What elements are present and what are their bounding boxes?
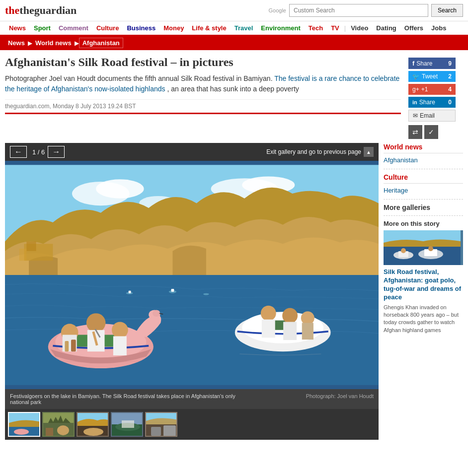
related-story-title[interactable]: Silk Road festival, Afghanistan: goat po… xyxy=(384,268,463,302)
svg-point-2 xyxy=(96,179,144,199)
facebook-share-btn[interactable]: f Share 9 xyxy=(408,58,456,69)
fb-label: Share xyxy=(416,60,432,67)
svg-point-69 xyxy=(428,246,433,251)
related-thumb-img xyxy=(384,230,461,265)
email-share-btn[interactable]: ✉ Email xyxy=(408,110,456,122)
gallery-next-btn[interactable]: → xyxy=(48,146,65,158)
svg-rect-45 xyxy=(46,428,53,437)
site-logo[interactable]: thetheguardian xyxy=(5,4,77,17)
nav-news[interactable]: News xyxy=(5,21,30,35)
thumb4-img xyxy=(112,413,143,437)
article-date: theguardian.com, Monday 8 July 2013 19.2… xyxy=(5,99,401,114)
gp-icon: g+ xyxy=(412,86,419,93)
gallery-main-image xyxy=(5,161,379,389)
svg-rect-23 xyxy=(71,340,76,351)
nav-jobs[interactable]: Jobs xyxy=(427,21,450,35)
article-description: Photographer Joel van Houdt documents th… xyxy=(5,73,401,94)
svg-point-42 xyxy=(14,429,29,435)
thumbnail-2[interactable] xyxy=(42,412,75,437)
svg-rect-34 xyxy=(262,320,275,338)
gallery-counter: 1 / 6 xyxy=(32,148,45,156)
linkedin-share-btn[interactable]: in Share 0 xyxy=(408,97,456,108)
nav-tech[interactable]: Tech xyxy=(305,21,327,35)
search-button[interactable]: Search xyxy=(431,4,463,17)
sidebar-more-on-story: More on this story xyxy=(384,220,463,227)
sidebar-afghanistan-link[interactable]: Afghanistan xyxy=(384,155,463,165)
svg-rect-29 xyxy=(113,336,127,355)
share-icon-btn[interactable]: ⇄ xyxy=(408,125,422,139)
nav-business[interactable]: Business xyxy=(123,21,159,35)
svg-rect-14 xyxy=(129,291,131,293)
gallery-exit-label[interactable]: Exit gallery and go to previous page xyxy=(266,148,361,155)
thumbnails-row xyxy=(5,409,379,440)
right-sidebar: World news Afghanistan Culture Heritage … xyxy=(384,143,463,440)
nav-money[interactable]: Money xyxy=(159,21,188,35)
site-header: thetheguardian Google Search xyxy=(0,0,468,21)
svg-point-35 xyxy=(282,308,298,324)
nav-comment[interactable]: Comment xyxy=(55,21,92,35)
sidebar-divider1 xyxy=(384,169,463,169)
nav-offers[interactable]: Offers xyxy=(400,21,427,35)
thumbnail-3[interactable] xyxy=(77,412,109,437)
twitter-share-btn[interactable]: 🐦 Tweet 2 xyxy=(408,71,456,82)
related-story-thumb[interactable] xyxy=(384,230,463,265)
nav-video[interactable]: Video xyxy=(347,21,372,35)
nav-divider1: | xyxy=(343,21,347,35)
nav-culture[interactable]: Culture xyxy=(92,21,123,35)
breadcrumb-afghanistan[interactable]: Afghanistan xyxy=(79,38,123,48)
breadcrumb-world-news[interactable]: World news xyxy=(32,38,75,48)
nav-tv[interactable]: TV xyxy=(327,21,343,35)
thumbnail-1[interactable] xyxy=(8,412,40,437)
gallery-caption-left: Festivalgoers on the lake in Bamiyan. Th… xyxy=(10,393,246,405)
thumb2-img xyxy=(43,413,75,437)
thumbnail-5[interactable] xyxy=(145,412,177,437)
sidebar-more-galleries: More galleries xyxy=(384,204,463,211)
search-input[interactable] xyxy=(289,4,428,17)
breadcrumb-news[interactable]: News xyxy=(5,38,28,48)
fb-icon: f xyxy=(412,60,414,67)
fb-count: 9 xyxy=(448,60,452,67)
gp-count: 4 xyxy=(448,86,452,93)
gallery-current: 1 xyxy=(32,148,36,156)
article-desc-end: , an area that has sunk into a deep pove… xyxy=(167,85,299,93)
logo-text: theguardian xyxy=(19,4,77,16)
gallery-prev-btn[interactable]: ← xyxy=(10,146,27,158)
svg-point-18 xyxy=(153,310,160,316)
bookmark-icon-btn[interactable]: ✓ xyxy=(424,125,438,139)
gallery-controls: ← 1 / 6 → Exit gallery and go to previou… xyxy=(5,143,379,161)
sidebar-world-news-title: World news xyxy=(384,143,463,153)
nav-lifestyle[interactable]: Life & style xyxy=(188,21,230,35)
article-header-row: Afghanistan's Silk Road festival – in pi… xyxy=(5,55,463,139)
svg-point-28 xyxy=(112,322,128,338)
breadcrumb: News ▶ World news ▶ Afghanistan xyxy=(0,36,468,50)
svg-point-50 xyxy=(83,428,103,436)
sidebar-heritage-link[interactable]: Heritage xyxy=(384,186,463,195)
nav-travel[interactable]: Travel xyxy=(231,21,257,35)
nav-environment[interactable]: Environment xyxy=(257,21,304,35)
thumb3-img xyxy=(78,413,109,437)
email-icon: ✉ xyxy=(413,112,418,119)
gallery-caption-right: Photograph: Joel van Houdt xyxy=(306,393,374,405)
related-story-desc: Ghengis Khan invaded on horseback 800 ye… xyxy=(384,304,463,335)
gplus-share-btn[interactable]: g+ +1 4 xyxy=(408,84,456,95)
thumbnail-4[interactable] xyxy=(111,412,143,437)
gp-label: +1 xyxy=(421,86,428,93)
breadcrumb-arrow2: ▶ xyxy=(75,40,79,47)
sidebar-culture-title: Culture xyxy=(384,173,463,184)
tw-label: Tweet xyxy=(422,73,438,80)
nav-sport[interactable]: Sport xyxy=(30,21,55,35)
tw-icon: 🐦 xyxy=(412,73,420,80)
li-label: Share xyxy=(419,99,435,106)
gallery-total: 6 xyxy=(41,148,45,156)
svg-rect-22 xyxy=(65,341,69,351)
svg-point-68 xyxy=(401,248,406,253)
svg-rect-36 xyxy=(283,322,297,340)
sidebar-divider2 xyxy=(384,199,463,200)
nav-dating[interactable]: Dating xyxy=(372,21,400,35)
gallery-scroll-btn[interactable]: ▲ xyxy=(364,147,374,157)
svg-rect-55 xyxy=(122,420,134,428)
social-share: f Share 9 🐦 Tweet 2 g+ +1 4 in Share 0 ✉ xyxy=(408,55,463,139)
google-label: Google xyxy=(268,7,286,13)
sidebar-divider3 xyxy=(384,215,463,216)
gallery-svg xyxy=(5,161,379,389)
